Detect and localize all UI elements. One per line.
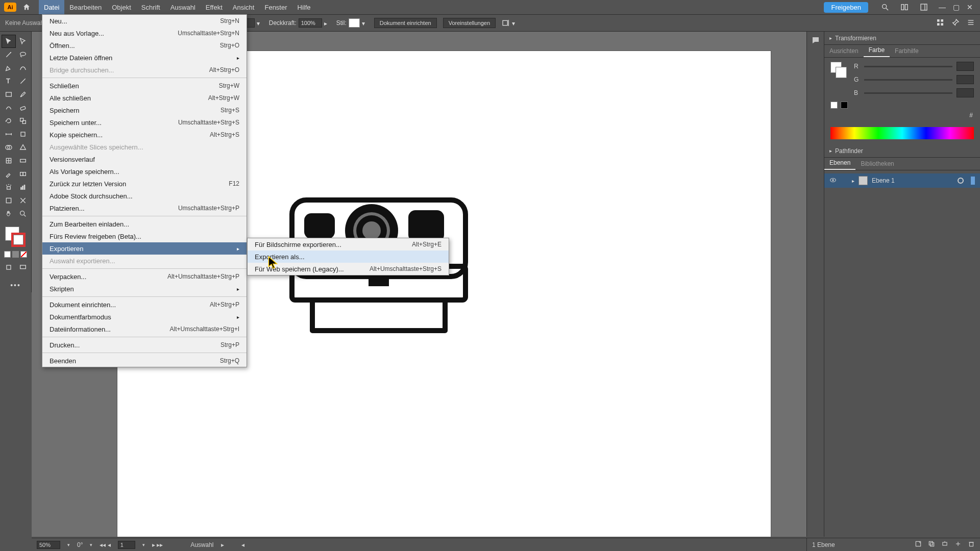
make-clipping-mask-icon[interactable] <box>928 540 935 549</box>
menu-objekt[interactable]: Objekt <box>107 0 136 14</box>
symbol-sprayer-tool[interactable] <box>2 181 16 194</box>
menu-item[interactable]: Alle schließenAlt+Strg+W <box>42 92 247 104</box>
artboard-nav-prev[interactable]: ◂◂ ◂ <box>100 541 110 548</box>
align-target[interactable]: ▾ <box>502 19 518 27</box>
tab-farbhilfe[interactable]: Farbhilfe <box>890 45 924 57</box>
menu-item[interactable]: Fürs Review freigeben (Beta)... <box>42 230 247 242</box>
visibility-icon[interactable] <box>829 177 838 185</box>
mesh-tool[interactable] <box>2 154 16 167</box>
pin-icon[interactable] <box>951 18 960 28</box>
magic-wand-tool[interactable] <box>2 48 16 61</box>
rotation-value[interactable]: 0° <box>77 541 83 548</box>
menu-item[interactable]: Als Vorlage speichern... <box>42 165 247 178</box>
transform-panel-header[interactable]: ▸Transformieren <box>824 32 980 45</box>
bw-swatches[interactable] <box>830 102 974 109</box>
list-icon[interactable] <box>967 18 975 28</box>
submenu-item[interactable]: Exportieren als... <box>248 251 449 263</box>
gradient-tool[interactable] <box>16 154 30 167</box>
width-tool[interactable] <box>2 128 16 141</box>
tab-ebenen[interactable]: Ebenen <box>824 157 855 170</box>
slice-tool[interactable] <box>16 194 30 207</box>
maximize-button[interactable]: ▢ <box>953 3 960 11</box>
chevron-right-icon[interactable]: ▸ <box>221 541 224 548</box>
menu-item[interactable]: Versionsverlauf <box>42 153 247 165</box>
menu-item[interactable]: Skripten▸ <box>42 283 247 295</box>
menu-item[interactable]: Dokument einrichten...Alt+Strg+P <box>42 298 247 311</box>
tab-bibliotheken[interactable]: Bibliotheken <box>855 158 899 170</box>
new-sublayer-icon[interactable] <box>941 540 948 549</box>
new-layer-icon[interactable] <box>954 540 962 549</box>
hand-tool[interactable] <box>2 207 16 220</box>
chevron-down-icon[interactable]: ▾ <box>142 542 145 547</box>
fill-stroke-control[interactable] <box>4 226 28 249</box>
artboard-number-input[interactable] <box>118 541 135 549</box>
menu-bearbeiten[interactable]: Bearbeiten <box>64 0 107 14</box>
color-slider-r[interactable]: R <box>854 62 974 71</box>
minimize-button[interactable]: ― <box>939 3 946 11</box>
menu-item[interactable]: Speichern unter...Umschalttaste+Strg+S <box>42 116 247 129</box>
grid-icon[interactable] <box>936 18 944 28</box>
menu-item[interactable]: Letzte Dateien öffnen▸ <box>42 52 247 64</box>
share-button[interactable]: Freigeben <box>824 2 868 13</box>
menu-item[interactable]: Adobe Stock durchsuchen... <box>42 190 247 202</box>
menu-hilfe[interactable]: Hilfe <box>292 0 316 14</box>
document-setup-button[interactable]: Dokument einrichten <box>374 18 437 28</box>
menu-item[interactable]: Exportieren▸ <box>42 242 247 255</box>
menu-item[interactable]: BeendenStrg+Q <box>42 355 247 367</box>
perspective-tool[interactable] <box>16 141 30 154</box>
artboard-nav-next[interactable]: ▸ ▸▸ <box>152 541 163 548</box>
menu-effekt[interactable]: Effekt <box>201 0 228 14</box>
free-transform-tool[interactable] <box>16 128 30 141</box>
workspace-icon[interactable] <box>917 1 930 14</box>
color-slider-b[interactable]: B <box>854 88 974 97</box>
artboard-tool[interactable] <box>2 194 16 207</box>
color-slider-g[interactable]: G <box>854 75 974 84</box>
comments-icon[interactable] <box>811 36 820 47</box>
menu-item[interactable]: SchließenStrg+W <box>42 80 247 92</box>
rotate-tool[interactable] <box>2 114 16 128</box>
locate-layer-icon[interactable] <box>915 540 922 549</box>
chevron-right-icon[interactable]: ▸ <box>852 178 854 184</box>
edit-toolbar[interactable]: ••• <box>10 281 21 289</box>
style-swatch[interactable] <box>349 18 360 28</box>
shape-builder-tool[interactable] <box>2 141 16 154</box>
zoom-input[interactable] <box>37 541 60 549</box>
submenu-item[interactable]: Für Web speichern (Legacy)...Alt+Umschal… <box>248 263 449 275</box>
menu-datei[interactable]: Datei <box>39 0 64 14</box>
blend-tool[interactable] <box>16 167 30 181</box>
layer-row[interactable]: ▸ Ebene 1 <box>824 173 980 188</box>
stroke-swatch[interactable] <box>11 233 26 247</box>
chevron-right-icon[interactable]: ▸ <box>324 20 330 26</box>
menu-item[interactable]: Drucken...Strg+P <box>42 339 247 351</box>
scale-tool[interactable] <box>16 114 30 128</box>
layer-name[interactable]: Ebene 1 <box>872 177 953 184</box>
eyedropper-tool[interactable] <box>2 167 16 181</box>
menu-ansicht[interactable]: Ansicht <box>228 0 260 14</box>
menu-item[interactable]: Zum Bearbeiten einladen... <box>42 218 247 230</box>
menu-item[interactable]: Dokumentfarbmodus▸ <box>42 311 247 323</box>
fill-stroke-swatches[interactable] <box>830 62 848 79</box>
paintbrush-tool[interactable] <box>16 88 30 101</box>
chevron-down-icon[interactable]: ▾ <box>67 542 70 547</box>
arrange-icon[interactable] <box>898 1 911 14</box>
opacity-input[interactable] <box>299 18 322 28</box>
shaper-tool[interactable] <box>2 101 16 114</box>
target-icon[interactable] <box>958 178 964 184</box>
tab-ausrichten[interactable]: Ausrichten <box>824 45 864 57</box>
color-mode-swatches[interactable] <box>4 251 27 258</box>
draw-mode[interactable] <box>2 261 16 274</box>
lasso-tool[interactable] <box>16 48 30 61</box>
menu-item[interactable]: Öffnen...Strg+O <box>42 39 247 52</box>
menu-item[interactable]: SpeichernStrg+S <box>42 104 247 116</box>
delete-layer-icon[interactable] <box>968 540 975 549</box>
eraser-tool[interactable] <box>16 101 30 114</box>
line-tool[interactable] <box>16 74 30 88</box>
chevron-down-icon[interactable]: ▾ <box>257 20 263 26</box>
type-tool[interactable]: T <box>2 74 16 88</box>
home-icon[interactable] <box>21 2 32 12</box>
pen-tool[interactable] <box>2 61 16 74</box>
menu-item[interactable]: Neu...Strg+N <box>42 15 247 27</box>
submenu-item[interactable]: Für Bildschirme exportieren...Alt+Strg+E <box>248 238 449 251</box>
rectangle-tool[interactable] <box>2 88 16 101</box>
menu-schrift[interactable]: Schrift <box>136 0 165 14</box>
